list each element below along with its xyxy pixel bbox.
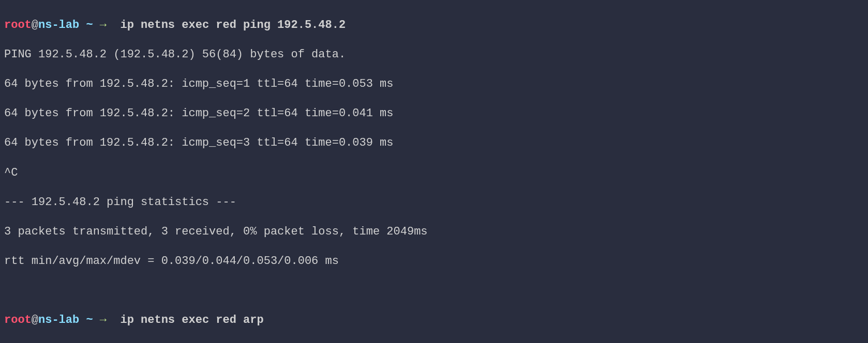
prompt-at: @ (32, 314, 38, 326)
ping-output-line: 64 bytes from 192.5.48.2: icmp_seq=1 ttl… (4, 77, 864, 92)
ping-stats-summary: 3 packets transmitted, 3 received, 0% pa… (4, 225, 864, 240)
prompt-path: ~ (79, 314, 100, 326)
command-ping: ip netns exec red ping 192.5.48.2 (120, 19, 346, 32)
ping-output-line: 64 bytes from 192.5.48.2: icmp_seq=3 ttl… (4, 136, 864, 151)
ping-stats-header: --- 192.5.48.2 ping statistics --- (4, 195, 864, 210)
command-arp-red: ip netns exec red arp (120, 314, 263, 326)
prompt-at: @ (32, 19, 38, 32)
prompt-user: root (4, 19, 32, 32)
prompt-host: ns-lab (38, 314, 79, 326)
ping-output-line: PING 192.5.48.2 (192.5.48.2) 56(84) byte… (4, 48, 864, 63)
prompt-path: ~ (79, 19, 100, 32)
blank-line (4, 284, 864, 299)
prompt-arrow-icon: → (100, 314, 121, 326)
prompt-arrow-icon: → (100, 19, 121, 32)
prompt-line-2[interactable]: root@ns-lab ~ → ip netns exec red arp (4, 313, 864, 328)
ping-output-line: 64 bytes from 192.5.48.2: icmp_seq=2 ttl… (4, 106, 864, 121)
ping-interrupt: ^C (4, 166, 864, 181)
ping-rtt: rtt min/avg/max/mdev = 0.039/0.044/0.053… (4, 254, 864, 269)
prompt-host: ns-lab (38, 19, 79, 32)
prompt-user: root (4, 314, 32, 326)
terminal[interactable]: root@ns-lab ~ → ip netns exec red ping 1… (0, 0, 868, 343)
prompt-line-1[interactable]: root@ns-lab ~ → ip netns exec red ping 1… (4, 18, 864, 33)
